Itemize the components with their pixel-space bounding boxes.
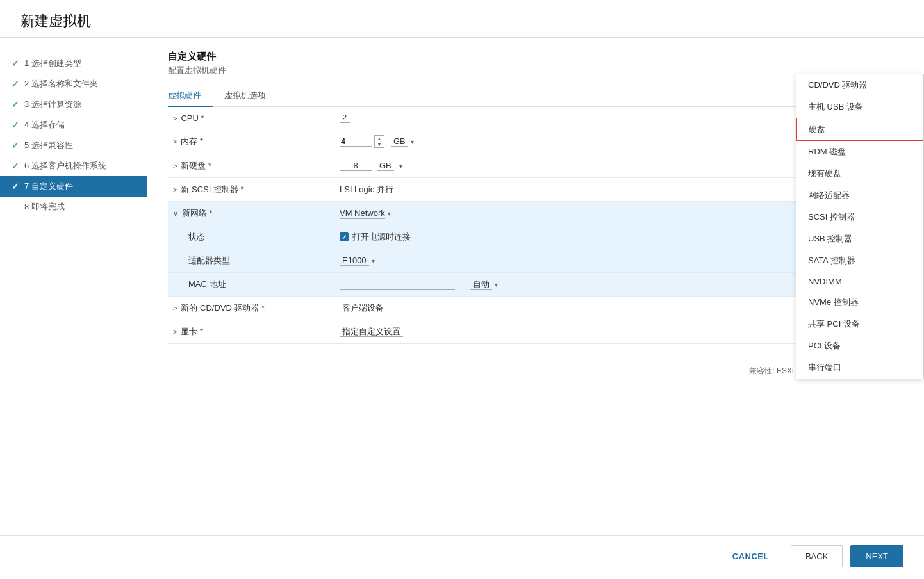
sidebar-item-label: 8 即将完成: [24, 201, 65, 213]
bottom-bar: CANCEL BACK NEXT: [0, 535, 924, 579]
sidebar-item-step1[interactable]: ✓1 选择创建类型: [0, 53, 147, 74]
sidebar-item-step2[interactable]: ✓2 选择名称和文件夹: [0, 74, 147, 94]
text-value-scsi: LSI Logic 并行: [340, 184, 393, 194]
dropdown-item-network-adapter[interactable]: 网络适配器: [796, 184, 923, 206]
sidebar-item-step8[interactable]: 8 即将完成: [0, 197, 147, 217]
add-device-dropdown: CD/DVD 驱动器主机 USB 设备硬盘RDM 磁盘现有硬盘网络适配器SCSI…: [796, 74, 924, 379]
sidebar-item-label: 5 选择兼容性: [24, 140, 73, 151]
sidebar-item-label: 2 选择名称和文件夹: [24, 78, 98, 90]
check-icon: ✓: [12, 58, 19, 69]
hw-label-display: 显卡 *: [181, 327, 203, 336]
sidebar-item-step3[interactable]: ✓3 选择计算资源: [0, 94, 147, 115]
dropdown-item-hard-disk[interactable]: 硬盘: [796, 118, 923, 141]
check-icon: ✓: [12, 79, 19, 89]
expand-btn-cpu[interactable]: >: [173, 115, 177, 122]
sidebar: ✓1 选择创建类型✓2 选择名称和文件夹✓3 选择计算资源✓4 选择存储✓5 选…: [0, 38, 147, 529]
cancel-button[interactable]: CANCEL: [718, 545, 783, 567]
dropdown-item-usb-device[interactable]: 主机 USB 设备: [796, 96, 923, 118]
hw-row-network-status: 状态打开电源时连接: [168, 225, 903, 249]
main-content: ✓1 选择创建类型✓2 选择名称和文件夹✓3 选择计算资源✓4 选择存储✓5 选…: [0, 38, 924, 529]
tab-virtual-hw[interactable]: 虚拟硬件: [168, 85, 213, 107]
sidebar-item-label: 6 选择客户机操作系统: [24, 160, 106, 172]
dropdown-item-existing-disk[interactable]: 现有硬盘: [796, 163, 923, 184]
hw-label-memory: 内存 *: [181, 136, 203, 146]
sidebar-item-step4[interactable]: ✓4 选择存储: [0, 115, 147, 135]
hw-row-network: ∨新网络 *VM Network▾: [168, 202, 903, 225]
mac-mode-select[interactable]: 自动: [470, 279, 492, 290]
section-title: 自定义硬件: [168, 51, 903, 63]
disk-size-input[interactable]: [340, 161, 372, 171]
expand-btn-network[interactable]: ∨: [173, 209, 178, 218]
expand-btn-display[interactable]: >: [173, 328, 177, 336]
back-button[interactable]: BACK: [791, 545, 843, 567]
dropdown-item-pci-device[interactable]: PCI 设备: [796, 335, 923, 357]
dropdown-item-nvdimm[interactable]: NVDIMM: [796, 272, 923, 291]
hw-row-network-adapter: 适配器类型E1000▾: [168, 249, 903, 273]
memory-input[interactable]: [340, 136, 372, 147]
dropdown-item-sata-ctrl[interactable]: SATA 控制器: [796, 250, 923, 272]
hw-row-network-mac: MAC 地址自动▾: [168, 273, 903, 297]
dropdown-item-scsi-ctrl[interactable]: SCSI 控制器: [796, 206, 923, 228]
hw-label-network-status: 状态: [188, 232, 205, 241]
disk-unit-select[interactable]: GB: [377, 161, 394, 171]
sidebar-item-step5[interactable]: ✓5 选择兼容性: [0, 135, 147, 156]
expand-btn-scsi[interactable]: >: [173, 186, 177, 193]
check-icon: ✓: [12, 161, 19, 171]
expand-btn-new-disk[interactable]: >: [173, 162, 177, 170]
field-value-display: 指定自定义设置: [340, 327, 403, 337]
sidebar-item-label: 3 选择计算资源: [24, 99, 81, 110]
hw-row-cpu: >CPU *2: [168, 107, 903, 129]
hw-row-new-disk: >新硬盘 *GB▾: [168, 154, 903, 178]
page-title: 新建虚拟机: [21, 13, 91, 29]
dropdown-item-rdm-disk[interactable]: RDM 磁盘: [796, 141, 923, 163]
hw-label-cpu: CPU *: [181, 113, 204, 123]
sidebar-item-step6[interactable]: ✓6 选择客户机操作系统: [0, 156, 147, 176]
tabs-bar: 虚拟硬件 虚拟机选项 添加新设备: [168, 85, 903, 107]
adapter-type-select[interactable]: E1000: [340, 256, 369, 266]
hw-label-cdrom: 新的 CD/DVD 驱动器 *: [181, 303, 265, 313]
hw-row-cdrom: >新的 CD/DVD 驱动器 *客户端设备: [168, 297, 903, 320]
field-value-cdrom: 客户端设备: [340, 303, 386, 313]
select-cdrom[interactable]: 客户端设备: [340, 303, 386, 313]
expand-btn-cdrom[interactable]: >: [173, 304, 177, 312]
mac-input[interactable]: [340, 279, 455, 290]
hw-label-new-disk: 新硬盘 *: [181, 161, 211, 170]
check-icon: ✓: [12, 140, 19, 151]
sidebar-item-label: 1 选择创建类型: [24, 58, 81, 69]
dropdown-item-cd-dvd[interactable]: CD/DVD 驱动器: [796, 74, 923, 96]
memory-unit-select[interactable]: GB: [391, 136, 408, 147]
section-subtitle: 配置虚拟机硬件: [168, 65, 903, 76]
page-header: 新建虚拟机: [0, 0, 924, 38]
sidebar-item-label: 4 选择存储: [24, 119, 65, 131]
chevron-down-icon: ▾: [372, 257, 375, 265]
stepper-up-icon[interactable]: ▲: [375, 136, 384, 142]
expand-btn-memory[interactable]: >: [173, 138, 177, 145]
auto-select-wrap: 自动▾: [470, 279, 498, 290]
dropdown-item-nvme-ctrl[interactable]: NVMe 控制器: [796, 291, 923, 313]
hw-label-network-mac: MAC 地址: [188, 279, 226, 289]
hw-row-scsi: >新 SCSI 控制器 *LSI Logic 并行: [168, 178, 903, 202]
network-name-text: VM Network: [340, 208, 385, 219]
right-content: 自定义硬件 配置虚拟机硬件 虚拟硬件 虚拟机选项 添加新设备 >CPU *2>内…: [147, 38, 924, 529]
sidebar-item-step7[interactable]: ✓7 自定义硬件: [0, 176, 147, 197]
stepper-down-icon[interactable]: ▼: [375, 142, 384, 148]
dropdown-item-usb-ctrl[interactable]: USB 控制器: [796, 228, 923, 250]
power-on-label: 打开电源时连接: [352, 231, 411, 243]
memory-stepper[interactable]: ▲▼: [374, 135, 384, 148]
dropdown-item-serial-port[interactable]: 串行端口: [796, 357, 923, 379]
hw-row-display: >显卡 *指定自定义设置: [168, 320, 903, 344]
hw-label-network-adapter: 适配器类型: [188, 256, 230, 265]
page-container: 新建虚拟机 ✓1 选择创建类型✓2 选择名称和文件夹✓3 选择计算资源✓4 选择…: [0, 0, 924, 579]
power-on-checkbox[interactable]: [340, 232, 349, 241]
select-cpu[interactable]: 2: [340, 113, 350, 123]
chevron-down-icon: ▾: [388, 210, 391, 217]
check-icon: ✓: [12, 181, 19, 192]
hw-row-memory: >内存 *▲▼GB▾: [168, 129, 903, 154]
dropdown-item-shared-pci[interactable]: 共享 PCI 设备: [796, 313, 923, 335]
chevron-down-icon: ▾: [399, 163, 402, 170]
next-button[interactable]: NEXT: [850, 545, 903, 567]
hardware-table: >CPU *2>内存 *▲▼GB▾>新硬盘 *GB▾>新 SCSI 控制器 *L…: [168, 107, 903, 344]
hw-label-scsi: 新 SCSI 控制器 *: [181, 184, 243, 194]
tab-vm-options[interactable]: 虚拟机选项: [224, 85, 277, 106]
select-display[interactable]: 指定自定义设置: [340, 327, 403, 337]
